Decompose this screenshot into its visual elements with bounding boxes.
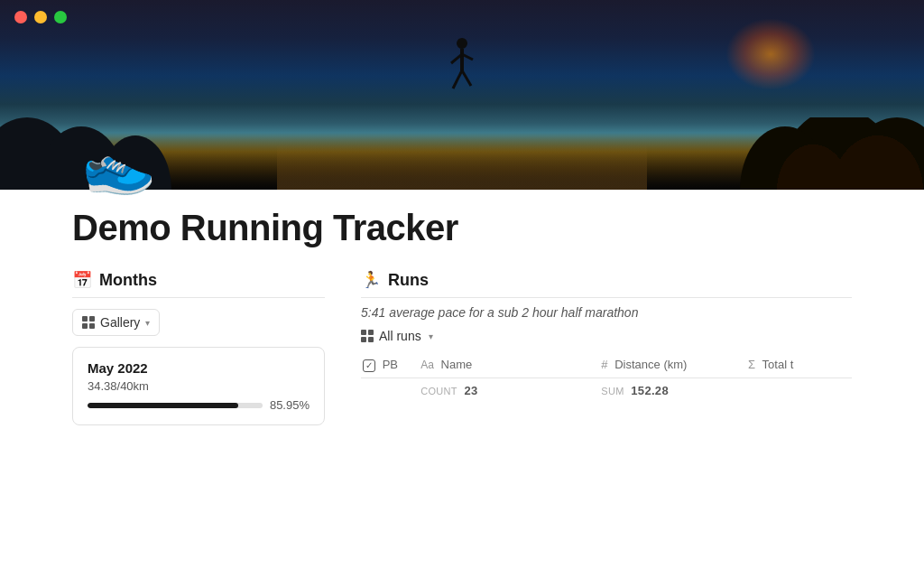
sum-cell: SUM 152.28	[592, 378, 739, 403]
sigma-icon: Σ	[748, 358, 755, 371]
empty-cell-2	[739, 378, 852, 403]
all-runs-selector[interactable]: All runs ▾	[361, 329, 433, 343]
progress-bar-track	[88, 403, 263, 408]
count-label: COUNT	[420, 386, 457, 396]
count-cell: COUNT 23	[411, 378, 592, 403]
svg-point-11	[740, 126, 830, 190]
gallery-label: Gallery	[100, 315, 140, 330]
month-card: May 2022 34.38/40km 85.95%	[72, 347, 325, 425]
sum-label: SUM	[601, 386, 624, 396]
pb-checkbox-icon	[363, 359, 375, 372]
shoe-emoji: 👟	[76, 126, 159, 205]
empty-cell	[361, 378, 411, 403]
months-section-header: 📅 Months	[72, 270, 325, 298]
svg-line-5	[462, 70, 471, 86]
col-header-name: Aa Name	[411, 352, 592, 378]
svg-point-0	[457, 38, 467, 49]
main-content: Demo Running Tracker 📅 Months Gallery ▾ …	[0, 190, 924, 425]
sum-value: 152.28	[631, 384, 669, 397]
count-value: 23	[465, 384, 478, 397]
month-distance: 34.38/40km	[88, 379, 310, 393]
svg-point-10	[776, 117, 902, 190]
minimize-button[interactable]	[34, 11, 47, 23]
left-column: 📅 Months Gallery ▾ May 2022 34.38/40km 8…	[72, 270, 325, 425]
page-title: Demo Running Tracker	[72, 208, 852, 248]
close-button[interactable]	[14, 11, 27, 23]
maximize-button[interactable]	[54, 11, 67, 23]
road-reflection	[277, 144, 647, 190]
progress-row: 85.95%	[88, 398, 310, 412]
progress-percentage: 85.95%	[270, 398, 310, 412]
runs-table: PB Aa Name # Distance (km) Σ Total t	[361, 352, 852, 403]
table-footer-row: COUNT 23 SUM 152.28	[361, 378, 852, 403]
all-runs-grid-icon	[361, 330, 374, 342]
glow-effect	[725, 18, 816, 90]
svg-line-4	[453, 70, 462, 89]
runner-silhouette	[444, 36, 480, 99]
svg-point-6	[0, 117, 81, 190]
text-icon: Aa	[420, 359, 434, 371]
all-runs-label: All runs	[379, 329, 421, 343]
runs-label: Runs	[388, 271, 429, 290]
col-header-pb: PB	[361, 352, 411, 378]
subtitle-text: 5:41 average pace for a sub 2 hour half …	[361, 305, 852, 320]
runs-section-header: 🏃 Runs	[361, 270, 852, 298]
progress-bar-fill	[88, 403, 238, 408]
runner-icon: 🏃	[361, 270, 381, 290]
chevron-down-icon: ▾	[145, 318, 150, 328]
col-header-total: Σ Total t	[739, 352, 852, 378]
hash-icon: #	[601, 358, 607, 371]
columns-layout: 📅 Months Gallery ▾ May 2022 34.38/40km 8…	[72, 270, 852, 425]
window-controls	[14, 11, 67, 23]
month-name: May 2022	[88, 360, 310, 376]
right-column: 🏃 Runs 5:41 average pace for a sub 2 hou…	[361, 270, 852, 425]
gallery-icon	[82, 316, 95, 329]
all-runs-chevron-icon: ▾	[429, 331, 433, 341]
svg-point-9	[843, 117, 924, 190]
col-header-distance: # Distance (km)	[592, 352, 739, 378]
calendar-icon: 📅	[72, 270, 92, 290]
gallery-view-selector[interactable]: Gallery ▾	[72, 309, 160, 336]
months-label: Months	[99, 271, 157, 290]
